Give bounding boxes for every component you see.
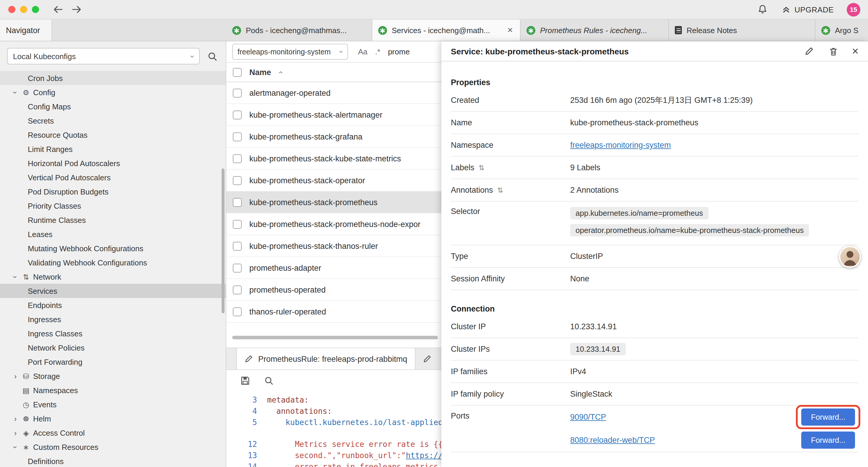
sidebar-item-port-forwarding[interactable]: Port Forwarding <box>0 355 226 369</box>
property-label: Namespace <box>451 141 570 150</box>
user-avatar[interactable] <box>839 246 861 268</box>
forward-button[interactable] <box>67 4 86 15</box>
sidebar-item-services[interactable]: Services <box>0 284 226 298</box>
document-icon <box>675 26 682 34</box>
sidebar-item-pod-disruption-budgets[interactable]: Pod Disruption Budgets <box>0 184 226 199</box>
sidebar-item-access-control[interactable]: ›◈Access Control <box>0 426 226 440</box>
regex-toggle[interactable]: .* <box>375 47 380 56</box>
back-button[interactable] <box>49 4 67 15</box>
sidebar-item-custom-resources[interactable]: ›∗Custom Resources <box>0 440 226 454</box>
sidebar-item-mutating-webhook-configurations[interactable]: Mutating Webhook Configurations <box>0 241 226 255</box>
horizontal-scrollbar[interactable] <box>232 336 438 339</box>
sort-toggle-icon[interactable]: ⇅ <box>478 164 485 172</box>
chevron-down-icon[interactable]: › <box>11 273 20 280</box>
sidebar-item-resource-quotas[interactable]: Resource Quotas <box>0 128 226 142</box>
sidebar-item-config-maps[interactable]: Config Maps <box>0 99 226 114</box>
editor-search-button[interactable] <box>263 375 275 387</box>
sidebar-item-validating-webhook-configurations[interactable]: Validating Webhook Configurations <box>0 255 226 269</box>
port-link[interactable]: 9090/TCP <box>570 413 606 421</box>
navigator-panel-tab[interactable]: Navigator <box>0 20 52 41</box>
forward-arrow-icon <box>71 5 82 13</box>
sidebar-item-label: Network Policies <box>28 343 85 352</box>
chevron-right-icon[interactable]: › <box>12 372 19 380</box>
code-segment: kubectl.kubernetes.io/last-applied-co <box>267 418 457 427</box>
sidebar-item-events[interactable]: ›◷Events <box>0 397 226 411</box>
tab-pods-icecheng-mathmas[interactable]: ∗Pods - icecheng@mathmas... <box>226 20 372 41</box>
sidebar-item-ingresses[interactable]: Ingresses <box>0 312 226 326</box>
chevron-down-icon[interactable]: › <box>11 89 20 96</box>
namespace-select[interactable]: freeleaps-monitoring-system › <box>232 44 348 60</box>
tab-label: Argo S <box>835 26 868 35</box>
name-column-header[interactable]: Name <box>249 68 271 77</box>
chevron-right-icon[interactable]: › <box>12 414 19 423</box>
sidebar-item-cron-jobs[interactable]: Cron Jobs <box>0 71 226 85</box>
created-value: 253d 16h 6m ago (2025年1月13日 GMT+8 1:25:3… <box>570 95 859 106</box>
minimize-window-button[interactable] <box>20 6 27 13</box>
editor-tab-next[interactable] <box>415 348 439 370</box>
sidebar-item-limit-ranges[interactable]: Limit Ranges <box>0 142 226 156</box>
sidebar-item-endpoints[interactable]: Endpoints <box>0 298 226 312</box>
kubeconfig-select[interactable]: Local Kubeconfigs › <box>7 48 200 64</box>
row-checkbox[interactable] <box>233 198 242 207</box>
sidebar-item-network-policies[interactable]: Network Policies <box>0 341 226 355</box>
save-button[interactable] <box>239 375 251 387</box>
namespace-link[interactable]: freeleaps-monitoring-system <box>570 141 671 150</box>
row-checkbox[interactable] <box>233 220 242 229</box>
tab-prometheus-rules-icecheng[interactable]: ∗Prometheus Rules - icecheng... <box>521 20 669 41</box>
port-row-9090-tcp: 9090/TCPForward... <box>570 406 859 429</box>
close-drawer-button[interactable]: × <box>852 46 859 57</box>
tab-argo-s[interactable]: ∗Argo S <box>815 20 868 41</box>
sort-toggle-icon[interactable]: ⇅ <box>497 186 503 194</box>
sidebar-item-ingress-classes[interactable]: Ingress Classes <box>0 326 226 341</box>
select-all-checkbox[interactable] <box>233 68 242 77</box>
edit-button[interactable] <box>804 46 815 57</box>
sidebar-item-definitions[interactable]: Definitions <box>0 454 226 467</box>
close-window-button[interactable] <box>8 6 16 13</box>
sidebar-item-config[interactable]: ›⚙Config <box>0 85 226 99</box>
row-checkbox[interactable] <box>233 132 242 141</box>
sidebar-item-storage[interactable]: ›⛁Storage <box>0 369 226 383</box>
tab-close-icon[interactable]: × <box>506 25 514 35</box>
upgrade-button[interactable]: UPGRADE <box>781 5 834 14</box>
forward-button[interactable]: Forward... <box>802 432 855 449</box>
sidebar-item-leases[interactable]: Leases <box>0 227 226 241</box>
forward-button[interactable]: Forward... <box>802 408 855 426</box>
chevron-right-icon[interactable]: › <box>12 428 19 437</box>
row-checkbox[interactable] <box>233 307 242 316</box>
sidebar-item-vertical-pod-autoscalers[interactable]: Vertical Pod Autoscalers <box>0 170 226 184</box>
sidebar-item-network[interactable]: ›⇅Network <box>0 269 226 284</box>
sidebar-item-horizontal-pod-autoscalers[interactable]: Horizontal Pod Autoscalers <box>0 156 226 170</box>
sidebar-item-helm[interactable]: ›☸Helm <box>0 411 226 426</box>
sidebar-item-namespaces[interactable]: ›▤Namespaces <box>0 383 226 397</box>
editor-tab-prometheusrule[interactable]: PrometheusRule: freeleaps-prod-rabbitmq <box>236 348 415 370</box>
row-checkbox[interactable] <box>233 285 242 294</box>
search-input[interactable]: prome <box>388 47 410 56</box>
sidebar-scrollbar[interactable] <box>222 169 224 313</box>
row-checkbox[interactable] <box>233 110 242 119</box>
match-case-toggle[interactable]: Aa <box>358 47 368 56</box>
code-segment: annotations: <box>267 407 332 415</box>
tab-release-notes[interactable]: Release Notes <box>669 20 815 41</box>
row-checkbox[interactable] <box>233 176 242 185</box>
sidebar-search-icon[interactable] <box>206 50 219 62</box>
sidebar-controls: Local Kubeconfigs › <box>0 41 226 69</box>
sidebar-item-label: Namespaces <box>33 386 78 395</box>
chevron-down-icon[interactable]: › <box>11 443 20 450</box>
row-checkbox[interactable] <box>233 263 242 272</box>
row-checkbox[interactable] <box>233 154 242 163</box>
notification-count-badge[interactable]: 15 <box>847 3 860 16</box>
upgrade-label: UPGRADE <box>795 5 834 14</box>
row-checkbox[interactable] <box>233 241 242 250</box>
sidebar-item-priority-classes[interactable]: Priority Classes <box>0 199 226 213</box>
tab-services-icecheng-math[interactable]: ∗Services - icecheng@math...× <box>372 20 521 41</box>
notifications-bell-icon[interactable] <box>756 3 769 16</box>
delete-button[interactable] <box>828 45 839 57</box>
save-icon <box>241 376 250 385</box>
sidebar-item-secrets[interactable]: Secrets <box>0 114 226 128</box>
port-link[interactable]: 8080:reloader-web/TCP <box>570 436 655 444</box>
sidebar-item-label: Services <box>28 286 57 295</box>
sidebar-item-runtime-classes[interactable]: Runtime Classes <box>0 213 226 227</box>
code-segment: second.","runbook_url":" <box>267 451 406 460</box>
maximize-window-button[interactable] <box>32 6 39 13</box>
row-checkbox[interactable] <box>233 88 242 97</box>
